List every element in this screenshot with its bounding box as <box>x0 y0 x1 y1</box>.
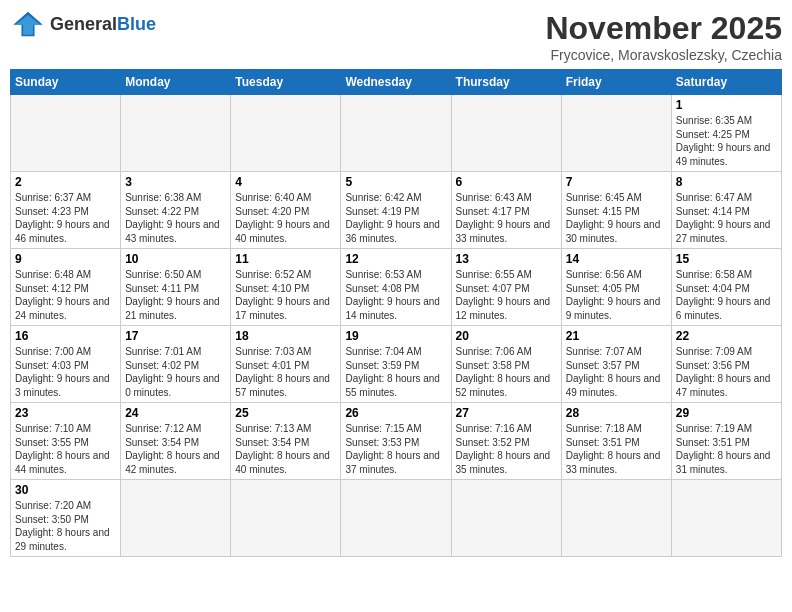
day-number: 28 <box>566 406 667 420</box>
day-info: Sunrise: 7:00 AM Sunset: 4:03 PM Dayligh… <box>15 345 116 399</box>
table-row <box>451 480 561 557</box>
table-row: 16Sunrise: 7:00 AM Sunset: 4:03 PM Dayli… <box>11 326 121 403</box>
col-friday: Friday <box>561 70 671 95</box>
day-info: Sunrise: 6:55 AM Sunset: 4:07 PM Dayligh… <box>456 268 557 322</box>
day-number: 7 <box>566 175 667 189</box>
day-info: Sunrise: 7:13 AM Sunset: 3:54 PM Dayligh… <box>235 422 336 476</box>
day-info: Sunrise: 7:07 AM Sunset: 3:57 PM Dayligh… <box>566 345 667 399</box>
table-row: 10Sunrise: 6:50 AM Sunset: 4:11 PM Dayli… <box>121 249 231 326</box>
calendar: Sunday Monday Tuesday Wednesday Thursday… <box>10 69 782 557</box>
table-row: 27Sunrise: 7:16 AM Sunset: 3:52 PM Dayli… <box>451 403 561 480</box>
day-number: 1 <box>676 98 777 112</box>
calendar-week-row: 23Sunrise: 7:10 AM Sunset: 3:55 PM Dayli… <box>11 403 782 480</box>
day-number: 30 <box>15 483 116 497</box>
day-number: 11 <box>235 252 336 266</box>
day-info: Sunrise: 6:56 AM Sunset: 4:05 PM Dayligh… <box>566 268 667 322</box>
day-info: Sunrise: 6:48 AM Sunset: 4:12 PM Dayligh… <box>15 268 116 322</box>
table-row: 29Sunrise: 7:19 AM Sunset: 3:51 PM Dayli… <box>671 403 781 480</box>
day-number: 13 <box>456 252 557 266</box>
table-row: 26Sunrise: 7:15 AM Sunset: 3:53 PM Dayli… <box>341 403 451 480</box>
day-number: 21 <box>566 329 667 343</box>
table-row <box>121 480 231 557</box>
day-number: 20 <box>456 329 557 343</box>
calendar-week-row: 2Sunrise: 6:37 AM Sunset: 4:23 PM Daylig… <box>11 172 782 249</box>
calendar-header-row: Sunday Monday Tuesday Wednesday Thursday… <box>11 70 782 95</box>
day-info: Sunrise: 7:20 AM Sunset: 3:50 PM Dayligh… <box>15 499 116 553</box>
calendar-week-row: 30Sunrise: 7:20 AM Sunset: 3:50 PM Dayli… <box>11 480 782 557</box>
day-info: Sunrise: 7:01 AM Sunset: 4:02 PM Dayligh… <box>125 345 226 399</box>
day-number: 17 <box>125 329 226 343</box>
table-row: 3Sunrise: 6:38 AM Sunset: 4:22 PM Daylig… <box>121 172 231 249</box>
day-info: Sunrise: 6:58 AM Sunset: 4:04 PM Dayligh… <box>676 268 777 322</box>
day-info: Sunrise: 7:12 AM Sunset: 3:54 PM Dayligh… <box>125 422 226 476</box>
day-number: 8 <box>676 175 777 189</box>
logo-text: GeneralBlue <box>50 14 156 35</box>
day-number: 18 <box>235 329 336 343</box>
table-row: 11Sunrise: 6:52 AM Sunset: 4:10 PM Dayli… <box>231 249 341 326</box>
day-info: Sunrise: 7:18 AM Sunset: 3:51 PM Dayligh… <box>566 422 667 476</box>
table-row: 19Sunrise: 7:04 AM Sunset: 3:59 PM Dayli… <box>341 326 451 403</box>
table-row: 30Sunrise: 7:20 AM Sunset: 3:50 PM Dayli… <box>11 480 121 557</box>
col-monday: Monday <box>121 70 231 95</box>
table-row: 1Sunrise: 6:35 AM Sunset: 4:25 PM Daylig… <box>671 95 781 172</box>
col-saturday: Saturday <box>671 70 781 95</box>
table-row <box>341 480 451 557</box>
day-number: 4 <box>235 175 336 189</box>
table-row <box>341 95 451 172</box>
calendar-week-row: 16Sunrise: 7:00 AM Sunset: 4:03 PM Dayli… <box>11 326 782 403</box>
day-info: Sunrise: 6:40 AM Sunset: 4:20 PM Dayligh… <box>235 191 336 245</box>
table-row: 25Sunrise: 7:13 AM Sunset: 3:54 PM Dayli… <box>231 403 341 480</box>
table-row: 18Sunrise: 7:03 AM Sunset: 4:01 PM Dayli… <box>231 326 341 403</box>
table-row: 2Sunrise: 6:37 AM Sunset: 4:23 PM Daylig… <box>11 172 121 249</box>
logo: GeneralBlue <box>10 10 156 38</box>
table-row <box>11 95 121 172</box>
day-number: 10 <box>125 252 226 266</box>
day-info: Sunrise: 6:35 AM Sunset: 4:25 PM Dayligh… <box>676 114 777 168</box>
col-thursday: Thursday <box>451 70 561 95</box>
day-info: Sunrise: 6:42 AM Sunset: 4:19 PM Dayligh… <box>345 191 446 245</box>
day-info: Sunrise: 6:52 AM Sunset: 4:10 PM Dayligh… <box>235 268 336 322</box>
day-info: Sunrise: 7:19 AM Sunset: 3:51 PM Dayligh… <box>676 422 777 476</box>
day-number: 12 <box>345 252 446 266</box>
page-header: GeneralBlue November 2025 Frycovice, Mor… <box>10 10 782 63</box>
calendar-week-row: 1Sunrise: 6:35 AM Sunset: 4:25 PM Daylig… <box>11 95 782 172</box>
day-info: Sunrise: 6:47 AM Sunset: 4:14 PM Dayligh… <box>676 191 777 245</box>
calendar-week-row: 9Sunrise: 6:48 AM Sunset: 4:12 PM Daylig… <box>11 249 782 326</box>
day-number: 6 <box>456 175 557 189</box>
table-row: 15Sunrise: 6:58 AM Sunset: 4:04 PM Dayli… <box>671 249 781 326</box>
table-row <box>231 95 341 172</box>
day-number: 2 <box>15 175 116 189</box>
table-row: 28Sunrise: 7:18 AM Sunset: 3:51 PM Dayli… <box>561 403 671 480</box>
table-row: 21Sunrise: 7:07 AM Sunset: 3:57 PM Dayli… <box>561 326 671 403</box>
table-row: 9Sunrise: 6:48 AM Sunset: 4:12 PM Daylig… <box>11 249 121 326</box>
day-number: 23 <box>15 406 116 420</box>
table-row: 13Sunrise: 6:55 AM Sunset: 4:07 PM Dayli… <box>451 249 561 326</box>
day-number: 5 <box>345 175 446 189</box>
table-row: 4Sunrise: 6:40 AM Sunset: 4:20 PM Daylig… <box>231 172 341 249</box>
day-number: 14 <box>566 252 667 266</box>
table-row <box>671 480 781 557</box>
table-row <box>231 480 341 557</box>
day-number: 22 <box>676 329 777 343</box>
day-info: Sunrise: 6:53 AM Sunset: 4:08 PM Dayligh… <box>345 268 446 322</box>
day-number: 26 <box>345 406 446 420</box>
svg-marker-1 <box>16 15 41 35</box>
day-info: Sunrise: 7:04 AM Sunset: 3:59 PM Dayligh… <box>345 345 446 399</box>
table-row: 22Sunrise: 7:09 AM Sunset: 3:56 PM Dayli… <box>671 326 781 403</box>
day-info: Sunrise: 7:15 AM Sunset: 3:53 PM Dayligh… <box>345 422 446 476</box>
day-info: Sunrise: 6:37 AM Sunset: 4:23 PM Dayligh… <box>15 191 116 245</box>
table-row <box>121 95 231 172</box>
day-number: 15 <box>676 252 777 266</box>
day-info: Sunrise: 6:50 AM Sunset: 4:11 PM Dayligh… <box>125 268 226 322</box>
day-info: Sunrise: 7:03 AM Sunset: 4:01 PM Dayligh… <box>235 345 336 399</box>
table-row <box>561 480 671 557</box>
day-info: Sunrise: 7:10 AM Sunset: 3:55 PM Dayligh… <box>15 422 116 476</box>
col-wednesday: Wednesday <box>341 70 451 95</box>
month-title: November 2025 <box>545 10 782 47</box>
table-row: 24Sunrise: 7:12 AM Sunset: 3:54 PM Dayli… <box>121 403 231 480</box>
table-row: 8Sunrise: 6:47 AM Sunset: 4:14 PM Daylig… <box>671 172 781 249</box>
table-row <box>561 95 671 172</box>
day-number: 16 <box>15 329 116 343</box>
title-block: November 2025 Frycovice, Moravskoslezsky… <box>545 10 782 63</box>
table-row: 7Sunrise: 6:45 AM Sunset: 4:15 PM Daylig… <box>561 172 671 249</box>
